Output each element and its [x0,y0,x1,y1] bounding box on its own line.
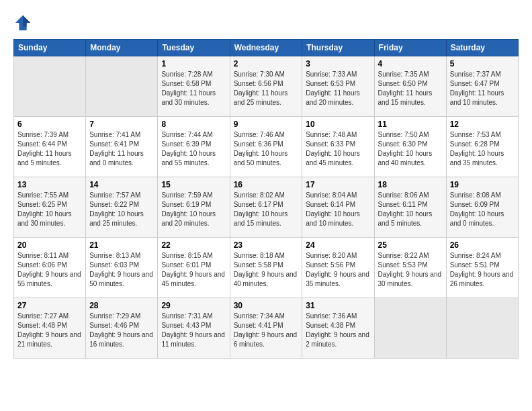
calendar-cell: 22Sunrise: 8:15 AMSunset: 6:01 PMDayligh… [158,238,230,298]
calendar-cell: 16Sunrise: 8:02 AMSunset: 6:17 PMDayligh… [230,177,302,238]
day-number: 28 [89,301,154,310]
day-info: Sunrise: 8:11 AMSunset: 6:06 PMDaylight:… [17,251,82,289]
day-number: 30 [234,301,299,310]
day-number: 24 [306,240,370,250]
day-info: Sunrise: 7:44 AMSunset: 6:39 PMDaylight:… [161,130,226,168]
day-info: Sunrise: 8:22 AMSunset: 5:53 PMDaylight:… [378,251,443,289]
day-header-monday: Monday [86,40,158,56]
day-header-saturday: Saturday [446,40,518,56]
day-number: 15 [161,180,226,189]
day-info: Sunrise: 8:02 AMSunset: 6:17 PMDaylight:… [234,191,299,228]
day-info: Sunrise: 8:24 AMSunset: 5:51 PMDaylight:… [450,251,515,289]
calendar-cell: 25Sunrise: 8:22 AMSunset: 5:53 PMDayligh… [374,238,446,298]
day-header-sunday: Sunday [14,40,86,56]
day-info: Sunrise: 7:28 AMSunset: 6:58 PMDaylight:… [161,70,226,107]
day-header-thursday: Thursday [302,40,374,56]
day-number: 26 [450,240,515,250]
page-header [13,13,519,32]
day-number: 14 [89,180,154,189]
calendar-week-row: 13Sunrise: 7:55 AMSunset: 6:25 PMDayligh… [14,177,519,238]
day-header-tuesday: Tuesday [158,40,230,56]
day-number: 2 [234,59,299,68]
calendar-cell: 20Sunrise: 8:11 AMSunset: 6:06 PMDayligh… [14,238,86,298]
day-number: 23 [234,240,299,250]
day-info: Sunrise: 7:33 AMSunset: 6:53 PMDaylight:… [306,70,370,107]
calendar-cell: 21Sunrise: 8:13 AMSunset: 6:03 PMDayligh… [86,238,158,298]
calendar-cell: 15Sunrise: 7:59 AMSunset: 6:19 PMDayligh… [158,177,230,238]
day-info: Sunrise: 8:08 AMSunset: 6:09 PMDaylight:… [450,191,515,228]
day-info: Sunrise: 7:37 AMSunset: 6:47 PMDaylight:… [450,70,515,107]
day-info: Sunrise: 7:36 AMSunset: 4:38 PMDaylight:… [306,312,370,349]
day-info: Sunrise: 7:35 AMSunset: 6:50 PMDaylight:… [378,70,443,107]
day-info: Sunrise: 8:15 AMSunset: 6:01 PMDaylight:… [161,251,226,289]
logo-icon [13,13,32,32]
day-number: 10 [306,120,370,129]
day-info: Sunrise: 8:13 AMSunset: 6:03 PMDaylight:… [89,251,154,289]
day-number: 12 [450,120,515,129]
day-number: 19 [450,180,515,189]
svg-marker-1 [23,15,30,27]
calendar-week-row: 6Sunrise: 7:39 AMSunset: 6:44 PMDaylight… [14,117,519,177]
calendar-week-row: 1Sunrise: 7:28 AMSunset: 6:58 PMDaylight… [14,56,519,117]
calendar-cell: 24Sunrise: 8:20 AMSunset: 5:56 PMDayligh… [302,238,374,298]
day-info: Sunrise: 7:59 AMSunset: 6:19 PMDaylight:… [161,191,226,228]
day-info: Sunrise: 7:46 AMSunset: 6:36 PMDaylight:… [234,130,299,168]
calendar-cell: 10Sunrise: 7:48 AMSunset: 6:33 PMDayligh… [302,117,374,177]
calendar-cell: 28Sunrise: 7:29 AMSunset: 4:46 PMDayligh… [86,298,158,359]
calendar-cell: 31Sunrise: 7:36 AMSunset: 4:38 PMDayligh… [302,298,374,359]
calendar-cell: 17Sunrise: 8:04 AMSunset: 6:14 PMDayligh… [302,177,374,238]
day-number: 3 [306,59,370,68]
day-number: 6 [17,120,82,129]
calendar-cell [374,298,446,359]
day-info: Sunrise: 7:29 AMSunset: 4:46 PMDaylight:… [89,312,154,349]
day-number: 21 [89,240,154,250]
calendar-table: SundayMondayTuesdayWednesdayThursdayFrid… [13,39,519,359]
calendar-cell: 11Sunrise: 7:50 AMSunset: 6:30 PMDayligh… [374,117,446,177]
day-number: 17 [306,180,370,189]
day-number: 8 [161,120,226,129]
calendar-cell: 2Sunrise: 7:30 AMSunset: 6:56 PMDaylight… [230,56,302,117]
day-number: 18 [378,180,443,189]
day-number: 1 [161,59,226,68]
day-number: 31 [306,301,370,310]
day-info: Sunrise: 7:57 AMSunset: 6:22 PMDaylight:… [89,191,154,228]
day-number: 22 [161,240,226,250]
day-info: Sunrise: 7:48 AMSunset: 6:33 PMDaylight:… [306,130,370,168]
logo [13,13,35,32]
calendar-cell: 3Sunrise: 7:33 AMSunset: 6:53 PMDaylight… [302,56,374,117]
day-info: Sunrise: 7:27 AMSunset: 4:48 PMDaylight:… [17,312,82,349]
day-info: Sunrise: 8:04 AMSunset: 6:14 PMDaylight:… [306,191,370,228]
calendar-header-row: SundayMondayTuesdayWednesdayThursdayFrid… [14,40,519,56]
day-number: 16 [234,180,299,189]
calendar-cell: 7Sunrise: 7:41 AMSunset: 6:41 PMDaylight… [86,117,158,177]
calendar-cell: 8Sunrise: 7:44 AMSunset: 6:39 PMDaylight… [158,117,230,177]
calendar-cell: 18Sunrise: 8:06 AMSunset: 6:11 PMDayligh… [374,177,446,238]
day-info: Sunrise: 8:18 AMSunset: 5:58 PMDaylight:… [234,251,299,289]
day-info: Sunrise: 7:34 AMSunset: 4:41 PMDaylight:… [234,312,299,349]
day-info: Sunrise: 7:31 AMSunset: 4:43 PMDaylight:… [161,312,226,349]
calendar-week-row: 27Sunrise: 7:27 AMSunset: 4:48 PMDayligh… [14,298,519,359]
calendar-cell: 4Sunrise: 7:35 AMSunset: 6:50 PMDaylight… [374,56,446,117]
day-info: Sunrise: 7:39 AMSunset: 6:44 PMDaylight:… [17,130,82,168]
day-info: Sunrise: 7:50 AMSunset: 6:30 PMDaylight:… [378,130,443,168]
day-header-friday: Friday [374,40,446,56]
calendar-cell: 29Sunrise: 7:31 AMSunset: 4:43 PMDayligh… [158,298,230,359]
calendar-cell: 9Sunrise: 7:46 AMSunset: 6:36 PMDaylight… [230,117,302,177]
calendar-cell: 14Sunrise: 7:57 AMSunset: 6:22 PMDayligh… [86,177,158,238]
day-number: 25 [378,240,443,250]
calendar-cell: 1Sunrise: 7:28 AMSunset: 6:58 PMDaylight… [158,56,230,117]
day-number: 29 [161,301,226,310]
day-number: 20 [17,240,82,250]
day-header-wednesday: Wednesday [230,40,302,56]
day-info: Sunrise: 7:30 AMSunset: 6:56 PMDaylight:… [234,70,299,107]
calendar-cell: 13Sunrise: 7:55 AMSunset: 6:25 PMDayligh… [14,177,86,238]
day-number: 9 [234,120,299,129]
calendar-cell: 27Sunrise: 7:27 AMSunset: 4:48 PMDayligh… [14,298,86,359]
calendar-cell: 23Sunrise: 8:18 AMSunset: 5:58 PMDayligh… [230,238,302,298]
calendar-cell: 26Sunrise: 8:24 AMSunset: 5:51 PMDayligh… [446,238,518,298]
calendar-week-row: 20Sunrise: 8:11 AMSunset: 6:06 PMDayligh… [14,238,519,298]
calendar-cell [446,298,518,359]
day-number: 13 [17,180,82,189]
day-number: 5 [450,59,515,68]
day-info: Sunrise: 7:41 AMSunset: 6:41 PMDaylight:… [89,130,154,168]
